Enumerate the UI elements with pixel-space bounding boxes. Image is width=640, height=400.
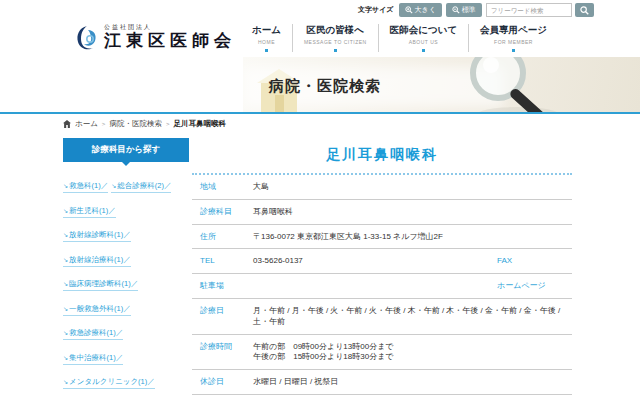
nav-item[interactable]: 会員専用ページ FOR MEMBER [468,24,558,52]
nav-item-label: 会員専用ページ [480,24,547,37]
nav-item[interactable]: 区民の皆様へ MESSAGE TO CITIZEN [292,24,378,52]
department-row: ↘睡眠時無呼吸センター(SAS)(1)／ [63,395,189,400]
org-type-label: 公益社団法人 [104,24,236,30]
row-value: 03-5626-0137 [253,256,303,267]
nav-item-label: 医師会について [390,24,457,37]
nav-item-sublabel: MESSAGE TO CITIZEN [304,39,367,45]
sidebar-department-link[interactable]: ↘新生児科(1)／ [63,206,116,218]
row-label: 診療日 [200,306,253,317]
nav-dot-icon [422,49,425,52]
breadcrumb-section-link[interactable]: 病院・医院検索 [109,119,162,129]
font-standard-label: 標準 [462,5,476,15]
row-label: 駐車場 [200,281,253,292]
row-value: 月・午前 / 月・午後 / 火・午前 / 火・午後 / 木・午前 / 木・午後 … [253,306,572,328]
hours-morning: 午前の部 09時00分より13時00分まで [253,342,394,353]
row-label: 診療時間 [200,342,253,353]
clinic-detail: 足川耳鼻咽喉科 地域 大島 診療科目 耳鼻咽喉科 住所 〒136-0072 東京… [192,140,572,400]
department-row: ↘救急科(1)／↘総合診療科(2)／ [63,174,189,193]
header-divider [0,112,640,114]
department-row: ↘一般救急外科(1)／ [63,297,189,316]
breadcrumb-home-link[interactable]: ホーム [75,119,98,129]
free-word-search-input[interactable] [486,3,572,17]
zoom-in-icon [405,6,413,14]
font-larger-label: 大きく [415,5,436,15]
row-label: 住所 [200,232,253,243]
sidebar-department-link[interactable]: ↘臨床病理診断科(1)／ [63,279,138,291]
diagonal-arrow-icon: ↘ [63,379,68,385]
magnifying-glass-image [458,57,608,112]
nav-item-label: 区民の皆様へ [304,24,367,37]
font-standard-button[interactable]: 標準 [446,3,482,17]
site-header: 文字サイズ 大きく 標準 公益 [0,0,640,57]
row-label: TEL [200,256,253,267]
sidebar-department-link[interactable]: ↘救急科(1)／ [63,181,108,193]
sidebar-department-link[interactable]: ↘一般救急外科(1)／ [63,304,131,316]
nav-item-sublabel: HOME [252,39,281,45]
table-row-parking: 駐車場 ホームページ [192,274,572,299]
search-by-department-header[interactable]: 診療科目から探す [63,138,189,162]
medical-association-logo-icon [74,24,100,52]
breadcrumb: ホーム > 病院・医院検索 > 足川耳鼻咽喉科 [63,119,226,129]
row-label: 診療科目 [200,207,253,218]
nav-item[interactable]: 医師会について ABOUT US [378,24,468,52]
row-value: 大島 [253,182,269,193]
diagonal-arrow-icon: ↘ [63,281,68,287]
row-value: 午前の部 09時00分より13時00分まで 午後の部 15時00分より18時30… [253,342,394,364]
nav-dot-icon [512,49,515,52]
sidebar-department-link[interactable]: ↘放射線診断科(1)／ [63,230,131,242]
diagonal-arrow-icon: ↘ [63,257,68,263]
breadcrumb-separator: > [102,121,106,127]
department-row: ↘救急診療科(1)／ [63,321,189,340]
diagonal-arrow-icon: ↘ [111,183,116,189]
department-row: ↘集中治療科(1)／ [63,346,189,365]
nav-item-sublabel: ABOUT US [390,39,457,45]
page-title: 病院・医院検索 [269,77,381,96]
clinic-info-table: 地域 大島 診療科目 耳鼻咽喉科 住所 〒136-0072 東京都江東区大島 1… [192,175,572,400]
diagonal-arrow-icon: ↘ [63,208,68,214]
row-label: 地域 [200,182,253,193]
table-row-director: 院長名 足川 哲夫 [192,395,572,400]
site-logo[interactable]: 公益社団法人 江東区医師会 [74,24,236,52]
table-row-tel: TEL 03-5626-0137 FAX [192,249,572,274]
department-row: ↘放射線診断科(1)／ [63,223,189,242]
department-sidebar: 診療科目から探す ↘救急科(1)／↘総合診療科(2)／↘新生児科(1)／↘放射線… [63,138,189,400]
diagonal-arrow-icon: ↘ [63,330,68,336]
nav-dot-icon [265,49,268,52]
sidebar-department-link[interactable]: ↘メンタルクリニック(1)／ [63,377,155,389]
sidebar-department-link[interactable]: ↘集中治療科(1)／ [63,353,123,365]
table-row-department: 診療科目 耳鼻咽喉科 [192,200,572,225]
sidebar-department-link[interactable]: ↘総合診療科(2)／ [111,181,171,193]
table-row-area: 地域 大島 [192,175,572,200]
table-row-consultation-hours: 診療時間 午前の部 09時00分より13時00分まで 午後の部 15時00分より… [192,335,572,371]
department-row: ↘新生児科(1)／ [63,199,189,218]
global-nav: ホーム HOME 区民の皆様へ MESSAGE TO CITIZEN 医師会につ… [241,24,558,52]
row-value: 水曜日 / 日曜日 / 祝祭日 [253,377,338,388]
diagonal-arrow-icon: ↘ [63,183,68,189]
font-larger-button[interactable]: 大きく [399,3,442,17]
nav-dot-icon [334,49,337,52]
nav-item-label: ホーム [252,24,281,37]
page-banner: 病院・医院検索 [243,57,640,112]
department-row: ↘メンタルクリニック(1)／ [63,370,189,389]
sidebar-department-link[interactable]: ↘放射線治療科(1)／ [63,255,131,267]
fax-label: FAX [497,256,512,267]
search-button[interactable] [575,3,594,17]
table-row-closed-days: 休診日 水曜日 / 日曜日 / 祝祭日 [192,370,572,395]
table-row-consultation-days: 診療日 月・午前 / 月・午後 / 火・午前 / 火・午後 / 木・午前 / 木… [192,299,572,335]
nav-item-sublabel: FOR MEMBER [480,39,547,45]
utility-bar: 文字サイズ 大きく 標準 [358,3,594,17]
row-value: 耳鼻咽喉科 [253,207,293,218]
font-size-label: 文字サイズ [358,5,394,15]
sidebar-department-link[interactable]: ↘救急診療科(1)／ [63,328,123,340]
diagonal-arrow-icon: ↘ [63,306,68,312]
diagonal-arrow-icon: ↘ [63,355,68,361]
org-name: 江東区医師会 [104,32,236,49]
row-label: 休診日 [200,377,253,388]
department-row: ↘放射線治療科(1)／ [63,248,189,267]
search-icon [580,3,589,18]
homepage-link[interactable]: ホームページ [497,281,546,292]
nav-item[interactable]: ホーム HOME [241,24,292,52]
home-icon [63,120,71,128]
clinic-name-title: 足川耳鼻咽喉科 [192,146,572,164]
breadcrumb-separator: > [166,121,170,127]
